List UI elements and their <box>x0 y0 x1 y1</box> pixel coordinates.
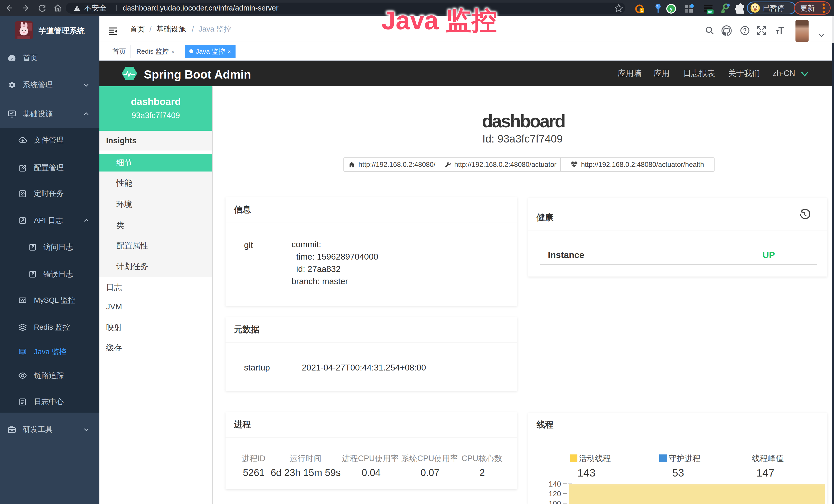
svg-text:on: on <box>708 10 712 14</box>
svg-text:1: 1 <box>641 8 643 12</box>
svg-text:y: y <box>670 6 673 12</box>
